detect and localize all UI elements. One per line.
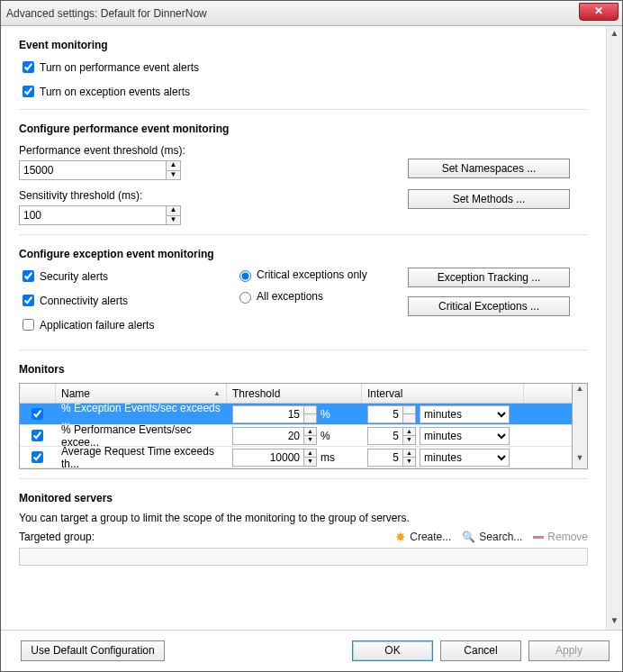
perf-threshold-label: Performance event threshold (ms): (19, 144, 217, 157)
row-threshold-unit: % (321, 408, 330, 421)
exception-tracking-button[interactable]: Exception Tracking ... (408, 268, 570, 287)
window-title: Advanced settings: Default for DinnerNow (6, 7, 207, 20)
row-threshold-input[interactable] (232, 427, 304, 445)
section-config-exc-header: Configure exception event monitoring (19, 248, 588, 260)
scroll-down-icon[interactable]: ▼ (573, 453, 587, 468)
sparkle-icon: ✸ (395, 530, 406, 544)
targeted-group-label: Targeted group: (19, 531, 95, 543)
row-name: Average Request Time exceeds th... (56, 447, 227, 468)
monitors-table[interactable]: Name Threshold Interval % Exception Even… (19, 383, 573, 469)
row-interval-unit-select[interactable]: minutes (420, 427, 510, 445)
remove-group-action[interactable]: Remove (533, 531, 588, 543)
content-area: Event monitoring Turn on performance eve… (1, 26, 606, 630)
row-interval-unit-select[interactable]: minutes (420, 405, 510, 423)
row-threshold-unit: ms (321, 451, 335, 464)
radio-critical-only[interactable] (239, 270, 251, 282)
perf-threshold-input[interactable] (19, 160, 167, 180)
radio-all-exceptions-label: All exceptions (257, 290, 323, 303)
main-scrollbar[interactable]: ▲ ▼ (606, 26, 622, 630)
ok-button[interactable]: OK (352, 640, 433, 661)
divider (19, 234, 588, 235)
scroll-down-icon[interactable]: ▼ (607, 613, 622, 630)
divider (19, 478, 588, 479)
sensitivity-spinner[interactable]: ▲▼ (167, 205, 181, 225)
table-row[interactable]: Average Request Time exceeds th... ▲▼ ms… (20, 447, 572, 468)
dialog-footer: Use Default Configuration OK Cancel Appl… (1, 630, 622, 671)
row-threshold-input[interactable] (232, 449, 304, 467)
checkbox-performance-alerts[interactable] (23, 61, 34, 73)
create-group-action[interactable]: ✸Create... (395, 530, 451, 544)
targeted-group-field[interactable] (19, 548, 588, 566)
spinner-icon[interactable]: ▲▼ (304, 427, 317, 445)
row-checkbox[interactable] (32, 451, 43, 463)
section-monitored-servers-header: Monitored servers (19, 492, 588, 504)
checkbox-appfailure-alerts[interactable] (23, 319, 34, 331)
row-threshold-unit: % (321, 430, 330, 442)
divider (19, 109, 588, 110)
spinner-icon[interactable]: ▲▼ (403, 405, 416, 423)
apply-button[interactable]: Apply (528, 640, 609, 661)
row-interval-input[interactable] (367, 449, 403, 467)
table-row[interactable]: % Exception Events/sec exceeds ... ▲▼ % … (20, 404, 572, 425)
remove-icon (533, 536, 544, 539)
table-row[interactable]: % Performance Events/sec excee... ▲▼ % ▲… (20, 425, 572, 447)
col-name[interactable]: Name (56, 384, 227, 403)
section-monitors-header: Monitors (19, 363, 588, 376)
titlebar[interactable]: Advanced settings: Default for DinnerNow… (1, 1, 622, 26)
checkbox-connectivity-alerts-label: Connectivity alerts (40, 295, 128, 307)
col-threshold[interactable]: Threshold (227, 384, 362, 403)
set-methods-button[interactable]: Set Methods ... (408, 189, 570, 209)
search-icon: 🔍 (462, 531, 475, 543)
spinner-icon[interactable]: ▲▼ (403, 449, 416, 467)
section-event-monitoring-header: Event monitoring (19, 39, 588, 51)
scroll-up-icon[interactable]: ▲ (607, 26, 622, 42)
section-config-perf-header: Configure performance event monitoring (19, 123, 588, 135)
checkbox-performance-alerts-label: Turn on performance event alerts (40, 61, 199, 74)
checkbox-connectivity-alerts[interactable] (23, 295, 34, 306)
row-checkbox[interactable] (32, 430, 43, 441)
monitored-servers-desc: You can target a group to limit the scop… (19, 512, 588, 524)
checkbox-appfailure-alerts-label: Application failure alerts (40, 319, 154, 331)
checkbox-security-alerts[interactable] (23, 270, 34, 282)
advanced-settings-dialog: Advanced settings: Default for DinnerNow… (0, 0, 623, 672)
sensitivity-label: Sensitivity threshold (ms): (19, 189, 217, 202)
checkbox-security-alerts-label: Security alerts (40, 270, 108, 283)
radio-all-exceptions[interactable] (239, 292, 251, 304)
set-namespaces-button[interactable]: Set Namespaces ... (408, 159, 570, 178)
row-interval-input[interactable] (367, 405, 403, 423)
table-scrollbar[interactable]: ▲ ▼ (573, 383, 588, 469)
perf-threshold-spinner[interactable]: ▲▼ (167, 160, 181, 180)
row-interval-input[interactable] (367, 427, 403, 445)
use-default-config-button[interactable]: Use Default Configuration (21, 640, 165, 661)
sensitivity-input[interactable] (19, 205, 167, 225)
checkbox-exception-alerts[interactable] (23, 86, 34, 97)
radio-critical-only-label: Critical exceptions only (257, 268, 367, 281)
col-checkbox[interactable] (20, 384, 56, 403)
row-name: % Performance Events/sec excee... (56, 425, 227, 446)
row-name: % Exception Events/sec exceeds ... (56, 404, 227, 424)
row-checkbox[interactable] (32, 408, 43, 420)
cancel-button[interactable]: Cancel (440, 640, 521, 661)
search-group-action[interactable]: 🔍Search... (462, 531, 522, 543)
spinner-icon[interactable]: ▲▼ (304, 405, 317, 423)
scroll-up-icon[interactable]: ▲ (573, 384, 587, 399)
row-threshold-input[interactable] (232, 405, 304, 423)
divider (19, 350, 588, 350)
spinner-icon[interactable]: ▲▼ (403, 427, 416, 445)
close-button[interactable]: ✕ (579, 3, 618, 21)
table-header[interactable]: Name Threshold Interval (20, 384, 572, 404)
row-interval-unit-select[interactable]: minutes (420, 449, 510, 467)
checkbox-exception-alerts-label: Turn on exception events alerts (40, 86, 190, 98)
col-interval[interactable]: Interval (362, 384, 524, 403)
spinner-icon[interactable]: ▲▼ (304, 449, 317, 467)
critical-exceptions-button[interactable]: Critical Exceptions ... (408, 296, 570, 316)
